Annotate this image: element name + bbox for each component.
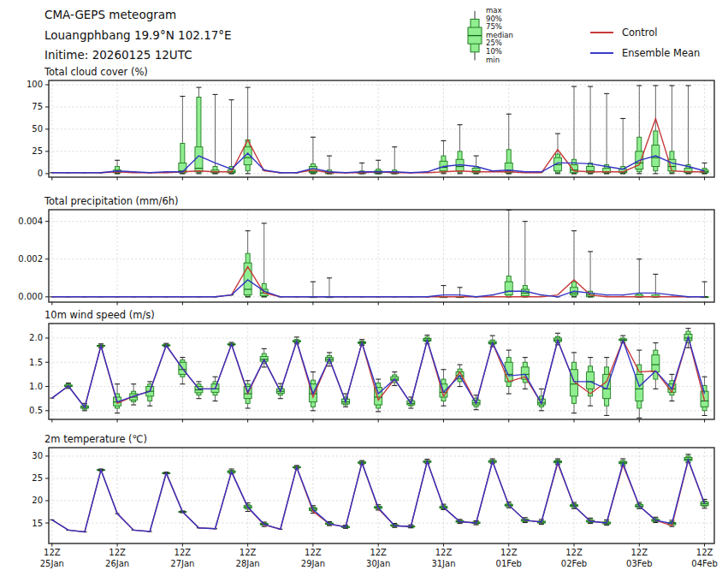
svg-text:0: 0 [38, 169, 43, 178]
cloud-panel: 0255075100Total cloud cover (%) [27, 66, 714, 181]
svg-text:12Z: 12Z [109, 548, 126, 557]
svg-text:25: 25 [32, 473, 43, 483]
svg-text:27Jan: 27Jan [170, 559, 194, 568]
svg-text:01Feb: 01Feb [496, 559, 522, 568]
cloud-axes: 0255075100 [27, 80, 705, 180]
precip-panel: 0.0000.0020.004Total precipitation (mm/6… [18, 195, 714, 306]
cloud-boxplots [50, 86, 708, 174]
svg-text:03Feb: 03Feb [626, 559, 652, 568]
svg-text:12Z: 12Z [175, 548, 192, 557]
svg-text:31Jan: 31Jan [431, 559, 455, 568]
svg-text:15: 15 [32, 519, 43, 528]
wind-panel: 0.51.01.52.010m wind speed (m/s) [29, 309, 714, 423]
svg-text:0.004: 0.004 [18, 217, 43, 226]
svg-text:28Jan: 28Jan [236, 559, 260, 568]
precip-boxplots [50, 210, 708, 297]
svg-text:12Z: 12Z [500, 548, 518, 557]
svg-text:20: 20 [32, 496, 43, 505]
precip-ensemble-mean-line [52, 280, 705, 297]
precip-frame [49, 210, 714, 302]
temp-panel-title: 2m temperature (℃) [44, 433, 147, 445]
meteogram-panels-canvas: 0255075100Total cloud cover (%)0.0000.00… [0, 0, 728, 582]
svg-text:12Z: 12Z [435, 548, 453, 557]
temp-panel: 152025302m temperature (℃) [32, 433, 714, 547]
svg-text:26Jan: 26Jan [105, 559, 129, 568]
svg-text:12Z: 12Z [240, 548, 257, 557]
svg-text:30Jan: 30Jan [366, 559, 390, 568]
x-axis-labels: 12Z25Jan12Z26Jan12Z27Jan12Z28Jan12Z29Jan… [40, 548, 718, 568]
svg-text:25: 25 [32, 146, 43, 156]
svg-text:75: 75 [32, 102, 43, 111]
svg-text:12Z: 12Z [305, 548, 322, 557]
svg-text:2.0: 2.0 [29, 333, 43, 342]
wind-panel-title: 10m wind speed (m/s) [44, 309, 155, 321]
svg-text:12Z: 12Z [565, 548, 583, 557]
svg-text:29Jan: 29Jan [301, 559, 325, 568]
temp-axes: 15202530 [32, 451, 704, 546]
cloud-grid [49, 80, 714, 177]
precip-panel-title: Total precipitation (mm/6h) [44, 195, 178, 207]
precip-grid [49, 210, 714, 302]
svg-text:12Z: 12Z [696, 548, 713, 557]
svg-text:12Z: 12Z [630, 548, 648, 557]
meteogram-page: CMA-GEPS meteogram Louangphbang 19.9°N 1… [0, 0, 728, 582]
precip-axes: 0.0000.0020.004 [18, 217, 704, 305]
svg-text:04Feb: 04Feb [691, 559, 717, 568]
svg-text:1.5: 1.5 [29, 358, 43, 367]
svg-text:12Z: 12Z [44, 548, 61, 557]
cloud-panel-title: Total cloud cover (%) [44, 66, 148, 78]
svg-text:1.0: 1.0 [29, 382, 43, 391]
svg-text:0.002: 0.002 [18, 254, 43, 264]
svg-text:100: 100 [27, 80, 43, 89]
svg-text:0.5: 0.5 [29, 406, 43, 415]
svg-text:0.000: 0.000 [18, 292, 43, 301]
svg-text:50: 50 [32, 124, 43, 134]
svg-text:30: 30 [32, 451, 43, 460]
svg-text:12Z: 12Z [370, 548, 387, 557]
svg-text:02Feb: 02Feb [561, 559, 587, 568]
svg-text:25Jan: 25Jan [40, 559, 64, 568]
temp-boxplots [50, 454, 708, 532]
cloud-frame [49, 80, 714, 177]
